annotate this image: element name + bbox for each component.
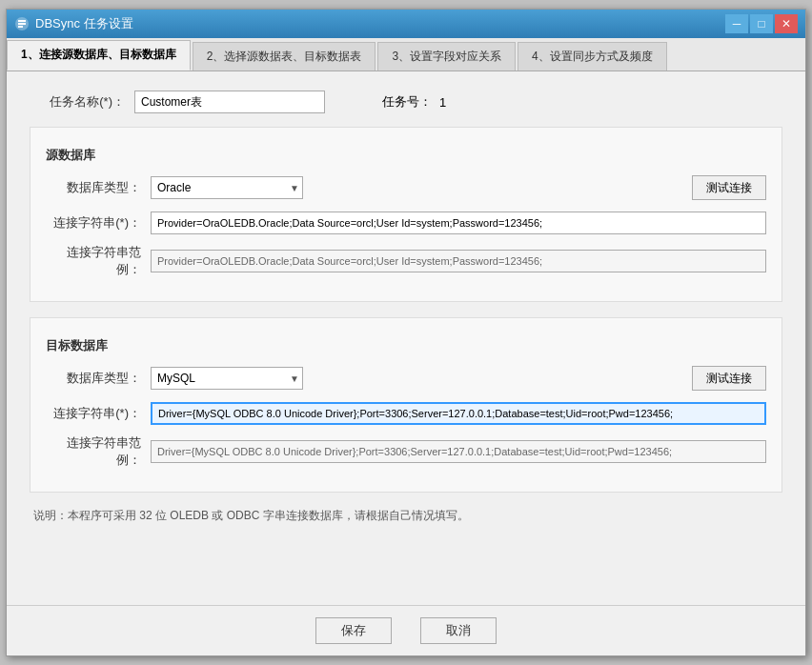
- source-conn-str-row: 连接字符串(*)：: [46, 212, 766, 234]
- tab-select-table[interactable]: 2、选择源数据表、目标数据表: [193, 42, 376, 71]
- tab-field-mapping[interactable]: 3、设置字段对应关系: [377, 42, 516, 71]
- source-conn-str-label: 连接字符串(*)：: [46, 214, 151, 232]
- source-db-type-label: 数据库类型：: [46, 179, 151, 196]
- maximize-button[interactable]: □: [750, 14, 773, 33]
- task-name-label: 任务名称(*)：: [30, 93, 134, 111]
- target-db-type-row: 数据库类型： MySQL Oracle SQL Server SQLite ▼ …: [46, 366, 766, 391]
- source-conn-example-label: 连接字符串范例：: [46, 244, 151, 278]
- source-db-type-select[interactable]: Oracle MySQL SQL Server SQLite: [151, 176, 303, 199]
- note-area: 说明：本程序可采用 32 位 OLEDB 或 ODBC 字串连接数据库，请根据自…: [30, 508, 782, 524]
- minimize-button[interactable]: ─: [725, 14, 748, 33]
- target-test-btn[interactable]: 测试连接: [692, 366, 766, 391]
- task-number-area: 任务号： 1: [382, 93, 446, 111]
- window-title: DBSync 任务设置: [35, 15, 133, 32]
- app-icon: [14, 16, 30, 31]
- target-db-type-label: 数据库类型：: [46, 370, 151, 387]
- source-conn-example-input: [151, 250, 766, 272]
- title-bar-left: DBSync 任务设置: [14, 15, 133, 32]
- task-name-row: 任务名称(*)： 任务号： 1: [30, 91, 782, 113]
- task-number-label: 任务号：: [382, 93, 432, 111]
- close-button[interactable]: ✕: [775, 14, 798, 33]
- title-bar: DBSync 任务设置 ─ □ ✕: [7, 10, 805, 38]
- target-conn-example-row: 连接字符串范例：: [46, 434, 766, 469]
- source-test-btn[interactable]: 测试连接: [692, 175, 766, 200]
- target-db-type-select-wrapper: MySQL Oracle SQL Server SQLite ▼: [151, 367, 303, 390]
- target-db-section: 目标数据库 数据库类型： MySQL Oracle SQL Server SQL…: [30, 317, 782, 493]
- target-db-type-select[interactable]: MySQL Oracle SQL Server SQLite: [151, 367, 303, 390]
- cancel-button[interactable]: 取消: [420, 617, 497, 644]
- source-db-title: 源数据库: [46, 147, 766, 164]
- target-conn-str-row: 连接字符串(*)：: [46, 402, 766, 425]
- source-db-type-row: 数据库类型： Oracle MySQL SQL Server SQLite ▼ …: [46, 175, 766, 200]
- target-conn-example-input: [151, 440, 766, 463]
- tab-sync-settings[interactable]: 4、设置同步方式及频度: [518, 42, 667, 71]
- tab-connect-db[interactable]: 1、连接源数据库、目标数据库: [7, 40, 191, 71]
- main-window: DBSync 任务设置 ─ □ ✕ 1、连接源数据库、目标数据库 2、选择源数据…: [6, 9, 806, 656]
- note-text: 说明：本程序可采用 32 位 OLEDB 或 ODBC 字串连接数据库，请根据自…: [33, 509, 469, 522]
- tabs-bar: 1、连接源数据库、目标数据库 2、选择源数据表、目标数据表 3、设置字段对应关系…: [7, 38, 805, 71]
- footer: 保存 取消: [7, 605, 805, 655]
- title-bar-buttons: ─ □ ✕: [725, 14, 798, 33]
- target-conn-str-input[interactable]: [151, 402, 766, 425]
- task-number-value: 1: [439, 95, 446, 110]
- target-conn-example-label: 连接字符串范例：: [46, 434, 151, 469]
- source-conn-example-row: 连接字符串范例：: [46, 244, 766, 278]
- save-button[interactable]: 保存: [315, 617, 392, 644]
- target-db-title: 目标数据库: [46, 337, 766, 354]
- source-db-type-select-wrapper: Oracle MySQL SQL Server SQLite ▼: [151, 176, 303, 199]
- task-name-input[interactable]: [134, 91, 325, 113]
- content-area: 任务名称(*)： 任务号： 1 源数据库 数据库类型： Oracle MySQL…: [7, 71, 805, 605]
- source-db-section: 源数据库 数据库类型： Oracle MySQL SQL Server SQLi…: [30, 127, 782, 302]
- source-conn-str-input[interactable]: [151, 212, 766, 234]
- target-conn-str-label: 连接字符串(*)：: [46, 405, 151, 422]
